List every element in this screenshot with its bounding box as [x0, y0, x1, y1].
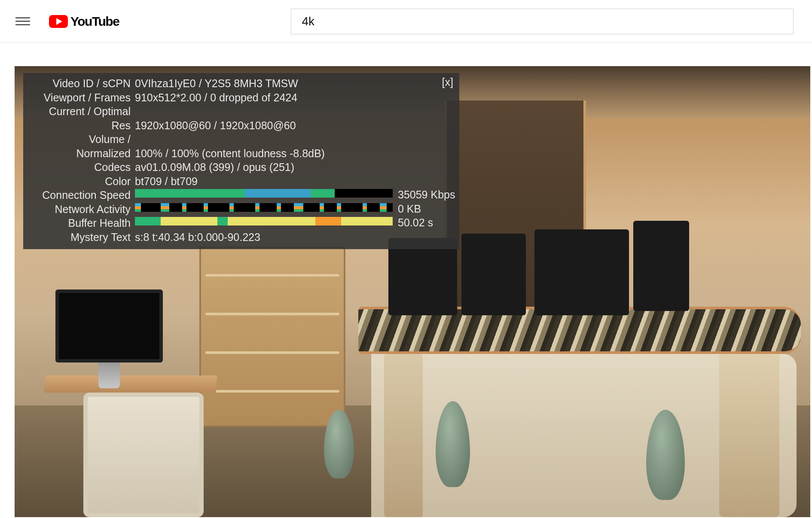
- stat-value-current-optimal: [135, 104, 454, 119]
- stat-label-mystery-text: Mystery Text: [28, 230, 135, 244]
- stat-value-video-id: 0VIhza1IyE0 / Y2S5 8MH3 TMSW: [135, 76, 454, 91]
- stat-bar-connection-speed: 35059 Kbps: [135, 188, 454, 202]
- stat-label-connection-speed: Connection Speed: [28, 188, 135, 202]
- stat-label-current-optimal: Current / Optimal: [28, 104, 135, 119]
- search-container: [291, 9, 794, 34]
- stat-value-viewport: 910x512*2.00 / 0 dropped of 2424: [135, 91, 454, 105]
- stat-label-volume: Volume /: [28, 132, 135, 146]
- stat-value-mystery-text: s:8 t:40.34 b:0.000-90.223: [135, 230, 454, 244]
- stat-label-color: Color: [28, 174, 135, 189]
- stat-value-color: bt709 / bt709: [135, 174, 454, 189]
- stat-value-buffer-health: 50.02 s: [398, 216, 433, 229]
- stat-label-viewport: Viewport / Frames: [28, 91, 135, 105]
- youtube-logo[interactable]: YouTube: [49, 14, 119, 29]
- stat-label-buffer-health: Buffer Health: [28, 216, 135, 230]
- video-player[interactable]: [x] Video ID / sCPN 0VIhza1IyE0 / Y2S5 8…: [15, 66, 810, 517]
- stat-label-video-id: Video ID / sCPN: [28, 76, 135, 91]
- stat-value-res: 1920x1080@60 / 1920x1080@60: [135, 119, 454, 133]
- stat-value-normalized: 100% / 100% (content loudness -8.8dB): [135, 146, 454, 161]
- hamburger-menu-icon[interactable]: [15, 14, 30, 29]
- play-icon: [49, 15, 68, 28]
- stat-value-codecs: av01.0.09M.08 (399) / opus (251): [135, 160, 454, 174]
- stats-for-nerds-panel: [x] Video ID / sCPN 0VIhza1IyE0 / Y2S5 8…: [23, 73, 459, 249]
- stat-label-codecs: Codecs: [28, 160, 135, 174]
- stat-label-normalized: Normalized: [28, 146, 135, 161]
- search-input[interactable]: [291, 9, 794, 34]
- masthead: YouTube: [0, 0, 812, 43]
- stats-close-button[interactable]: [x]: [442, 76, 453, 89]
- stat-label-res: Res: [28, 119, 135, 133]
- stat-value-network-activity: 0 KB: [398, 202, 421, 216]
- stat-bar-buffer-health: 50.02 s: [135, 216, 454, 230]
- stat-value-volume: [135, 132, 454, 146]
- stat-bar-network-activity: 0 KB: [135, 202, 454, 216]
- logo-text: YouTube: [70, 14, 119, 29]
- stat-value-connection-speed: 35059 Kbps: [398, 188, 455, 201]
- stat-label-network-activity: Network Activity: [28, 202, 135, 216]
